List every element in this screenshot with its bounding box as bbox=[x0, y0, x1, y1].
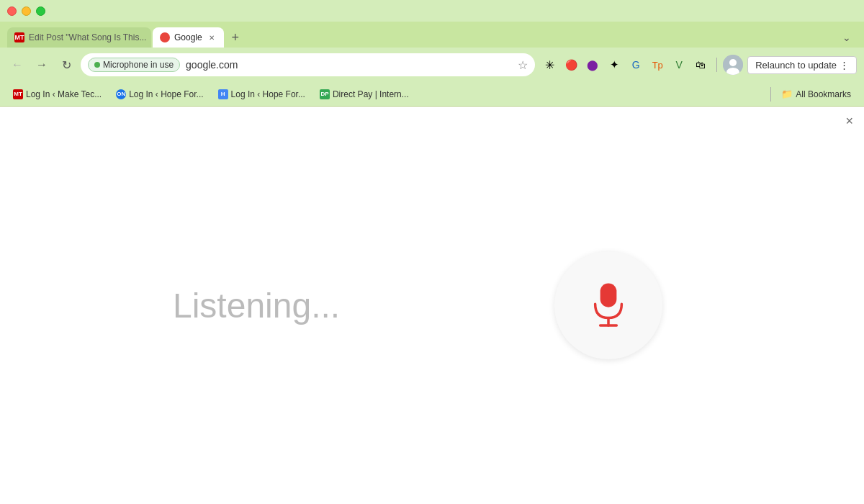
relaunch-menu-icon: ⋮ bbox=[840, 60, 849, 71]
bookmarks-bar: MT Log In ‹ Make Tec... ON Log In ‹ Hope… bbox=[0, 82, 864, 107]
extension-area: ✳ 🔴 ⬤ ✦ G Tp V 🛍 bbox=[539, 55, 711, 75]
all-bookmarks-button[interactable]: 📁 All Bookmarks bbox=[775, 86, 857, 102]
bm-label-on: Log In ‹ Hope For... bbox=[129, 89, 203, 99]
bookmarks-folder-icon: 📁 bbox=[781, 89, 793, 99]
relaunch-button[interactable]: Relaunch to update ⋮ bbox=[747, 56, 857, 74]
tab-close-1[interactable]: ✕ bbox=[150, 32, 151, 42]
bm-label-2: Log In ‹ Hope For... bbox=[231, 89, 305, 99]
ext-icon-8[interactable]: 🛍 bbox=[690, 55, 711, 75]
bm-right-separator bbox=[770, 87, 771, 102]
mic-active-dot bbox=[94, 62, 100, 68]
new-tab-button[interactable]: + bbox=[225, 27, 246, 48]
title-bar bbox=[0, 0, 864, 22]
tab-google[interactable]: Google ✕ bbox=[153, 27, 224, 48]
tab-close-2[interactable]: ✕ bbox=[207, 32, 217, 42]
forward-button[interactable]: → bbox=[32, 55, 52, 75]
bookmark-hope[interactable]: H Log In ‹ Hope For... bbox=[212, 86, 311, 102]
ext-icon-2[interactable]: 🔴 bbox=[561, 55, 581, 75]
reload-button[interactable]: ↻ bbox=[56, 55, 76, 75]
profile-avatar[interactable] bbox=[723, 55, 743, 75]
toolbar-separator bbox=[716, 58, 717, 72]
traffic-light-yellow[interactable] bbox=[22, 6, 31, 16]
ext-icon-7[interactable]: V bbox=[669, 55, 689, 75]
listening-text: Listening... bbox=[173, 286, 340, 325]
bm-label-1: Log In ‹ Make Tec... bbox=[26, 89, 102, 99]
traffic-light-green[interactable] bbox=[36, 6, 45, 16]
traffic-light-red[interactable] bbox=[7, 6, 17, 16]
bm-favicon-1: MT bbox=[13, 89, 23, 99]
all-bookmarks-label: All Bookmarks bbox=[796, 89, 851, 99]
toolbar: ← → ↻ Microphone in use google.com ☆ ✳ 🔴… bbox=[0, 48, 864, 82]
bookmark-direct-pay[interactable]: DP Direct Pay | Intern... bbox=[314, 86, 415, 102]
relaunch-label: Relaunch to update bbox=[755, 60, 837, 71]
ext-icon-5[interactable]: G bbox=[626, 55, 646, 75]
ext-icon-3[interactable]: ⬤ bbox=[582, 55, 603, 75]
bm-favicon-2: ON bbox=[116, 89, 126, 99]
bm-label-3: Direct Pay | Intern... bbox=[333, 89, 409, 99]
ext-icon-1[interactable]: ✳ bbox=[539, 55, 559, 75]
avatar-icon bbox=[723, 55, 743, 75]
svg-rect-3 bbox=[600, 283, 617, 307]
bookmark-on[interactable]: ON Log In ‹ Hope For... bbox=[110, 86, 209, 102]
mic-indicator-label: Microphone in use bbox=[103, 60, 174, 70]
back-button[interactable]: ← bbox=[7, 55, 27, 75]
record-dot bbox=[160, 32, 170, 42]
close-button[interactable]: × bbox=[845, 114, 853, 129]
ext-icon-4[interactable]: ✦ bbox=[604, 55, 624, 75]
bm-favicon-4: DP bbox=[320, 89, 330, 99]
mic-indicator[interactable]: Microphone in use bbox=[88, 58, 180, 72]
microphone-icon bbox=[583, 280, 634, 330]
tab-label-2: Google bbox=[174, 32, 202, 42]
bookmark-make-tech[interactable]: MT Log In ‹ Make Tec... bbox=[7, 86, 107, 102]
tab-edit-post[interactable]: MT Edit Post "What Song Is This... ✕ bbox=[7, 27, 151, 48]
tab-label-1: Edit Post "What Song Is This... bbox=[29, 32, 146, 42]
mic-circle[interactable] bbox=[554, 251, 662, 359]
tab-bar: MT Edit Post "What Song Is This... ✕ Goo… bbox=[0, 22, 864, 48]
tab-favicon-1: MT bbox=[14, 32, 24, 42]
ext-icon-6[interactable]: Tp bbox=[647, 55, 667, 75]
bm-favicon-3: H bbox=[218, 89, 228, 99]
bookmark-star-button[interactable]: ☆ bbox=[518, 58, 528, 72]
omnibox-url[interactable]: google.com bbox=[186, 59, 512, 71]
omnibox[interactable]: Microphone in use google.com ☆ bbox=[81, 53, 535, 76]
tab-overflow-button[interactable]: ⌄ bbox=[837, 27, 857, 48]
svg-point-1 bbox=[729, 59, 737, 66]
main-content: × Listening... bbox=[0, 107, 864, 504]
